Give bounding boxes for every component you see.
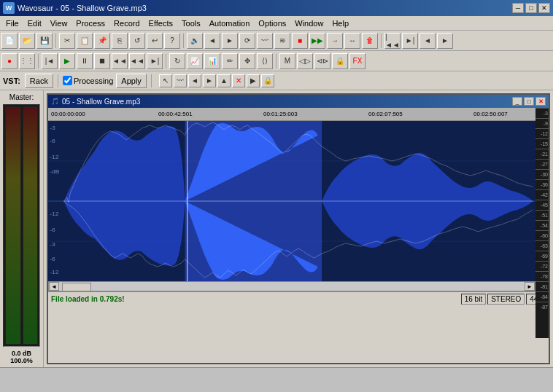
beat-btn2[interactable]: ◁▷ [297,53,313,69]
beat-btn[interactable]: M [279,53,295,69]
paste2-button[interactable]: ⎘ [112,33,128,49]
master-label: Master: [3,93,40,101]
vst-play-btn[interactable]: ▶ [247,74,260,87]
vu-tick-15: -69 [535,251,549,261]
waveform-display[interactable]: -3 -6 -12 -dB -12 -6 -3 -6 -12 [48,121,549,281]
vu-tick-10: -45 [535,200,549,210]
tool-btn4[interactable]: ✥ [239,53,255,69]
tb-btn-5[interactable]: ↺ [129,33,145,49]
tool-btn3[interactable]: ✏ [222,53,238,69]
open-button[interactable]: 📂 [19,33,35,49]
rack-button[interactable]: Rack [25,74,53,88]
wf-close-btn[interactable]: ✕ [535,97,546,106]
sep-2 [183,34,184,48]
tb2-btn2[interactable]: ⋮⋮ [19,53,35,69]
scroll-left-btn[interactable]: ◄ [49,282,59,291]
loop-btn[interactable]: ⟳ [239,33,255,49]
menu-record[interactable]: Record [109,17,144,29]
nav-btn4[interactable]: ► [437,33,453,49]
vu-tick-11: -51 [535,210,549,220]
scroll-right-btn[interactable]: ► [525,282,535,291]
vu-tick-1: -3 [535,108,549,118]
menu-window[interactable]: Window [290,17,328,29]
wave-btn[interactable]: 〰 [257,33,273,49]
lock-btn[interactable]: 🔒 [332,53,348,69]
wf-min-btn[interactable]: _ [512,97,522,106]
vst-next-btn[interactable]: ► [203,74,216,87]
wf-max-btn[interactable]: □ [524,97,534,106]
menu-edit[interactable]: Edit [23,17,46,29]
bit-depth-badge: 16 bit [461,294,486,305]
svg-text:-12: -12 [50,268,59,275]
save-button[interactable]: 💾 [36,33,53,49]
vol-btn2[interactable]: ◄ [204,33,220,49]
prev-btn[interactable]: |◄ [42,53,58,69]
scrollbar-thumb[interactable] [62,283,91,291]
waveform-status-bar: File loaded in 0.792s! 16 bit STEREO 441 [48,291,549,306]
minimize-button[interactable]: ─ [512,3,524,13]
nav-btn2[interactable]: ►| [402,33,418,49]
vst-cursor-btn[interactable]: ↖ [159,74,172,87]
skip-btn2[interactable]: → [327,33,343,49]
channels-badge: STEREO [487,294,525,305]
delete-btn[interactable]: 🗑 [362,33,378,49]
tool-btn1[interactable]: 📈 [187,53,203,69]
horizontal-scrollbar[interactable]: ◄ ► [48,281,535,291]
vol-btn3[interactable]: ► [222,33,238,49]
svg-text:-dB: -dB [50,168,60,175]
vst-up-btn[interactable]: ▲ [217,74,231,87]
ts-3: 00:02:07:505 [368,111,403,117]
rec-button[interactable]: ● [1,53,18,69]
menu-view[interactable]: View [46,17,72,29]
vu-tick-4: -15 [535,138,549,149]
nav-btn1[interactable]: |◄◄ [384,33,401,49]
vst-lock-btn[interactable]: 🔒 [261,74,274,87]
close-button[interactable]: ✕ [538,3,550,13]
fx-btn[interactable]: FX [349,53,366,69]
next-btn[interactable]: ►| [147,53,163,69]
menu-help[interactable]: Help [328,17,353,29]
undo-button[interactable]: ↩ [147,33,163,49]
vst-mode-btn[interactable]: 〰 [174,74,187,87]
vst-close-btn[interactable]: ✕ [232,74,245,87]
tool-btn2[interactable]: 📊 [204,53,220,69]
vst-sep-2 [151,74,152,87]
red-btn[interactable]: ■ [292,33,308,49]
cut-button[interactable]: ✂ [59,33,75,49]
paste-button[interactable]: 📌 [94,33,110,49]
skip-btn3[interactable]: ↔ [344,33,360,49]
skip-btn[interactable]: ▶▶ [309,33,325,49]
new-button[interactable]: 📄 [1,33,18,49]
maximize-button[interactable]: □ [525,3,537,13]
apply-button[interactable]: Apply [116,74,147,88]
stop-btn[interactable]: ⏹ [94,53,110,69]
processing-label: Processing [74,77,113,85]
svg-text:-6: -6 [50,226,55,233]
svg-text:-12: -12 [50,210,59,217]
menu-tools[interactable]: Tools [177,17,205,29]
help-button[interactable]: ? [164,33,180,49]
skipf-btn[interactable]: ◄◄ [129,53,145,69]
tool-btn5[interactable]: ⟨⟩ [257,53,273,69]
skipb-btn[interactable]: ◄◄ [112,53,128,69]
wave-btn2[interactable]: ≋ [274,33,290,49]
processing-checkbox[interactable] [63,76,72,85]
beat-btn3[interactable]: ⊲⊳ [314,53,330,69]
menu-effects[interactable]: Effects [144,17,177,29]
pause-btn[interactable]: ⏸ [77,53,93,69]
vu-tick-20: -87 [535,302,549,312]
menu-automation[interactable]: Automation [205,17,255,29]
processing-check[interactable]: Processing [63,76,113,85]
menu-file[interactable]: File [1,17,23,29]
copy-button[interactable]: 📋 [77,33,93,49]
play-btn[interactable]: ▶ [59,53,75,69]
vst-prev-btn[interactable]: ◄ [188,74,201,87]
vol-down[interactable]: 🔈 [187,33,203,49]
loop-toggle[interactable]: ↻ [169,53,185,69]
menu-process[interactable]: Process [71,17,109,29]
nav-btn3[interactable]: ◄ [419,33,436,49]
sep-t2-2 [166,54,166,68]
vu-tick-9: -42 [535,189,549,200]
menu-options[interactable]: Options [254,17,290,29]
vu-tick-17: -78 [535,271,549,281]
